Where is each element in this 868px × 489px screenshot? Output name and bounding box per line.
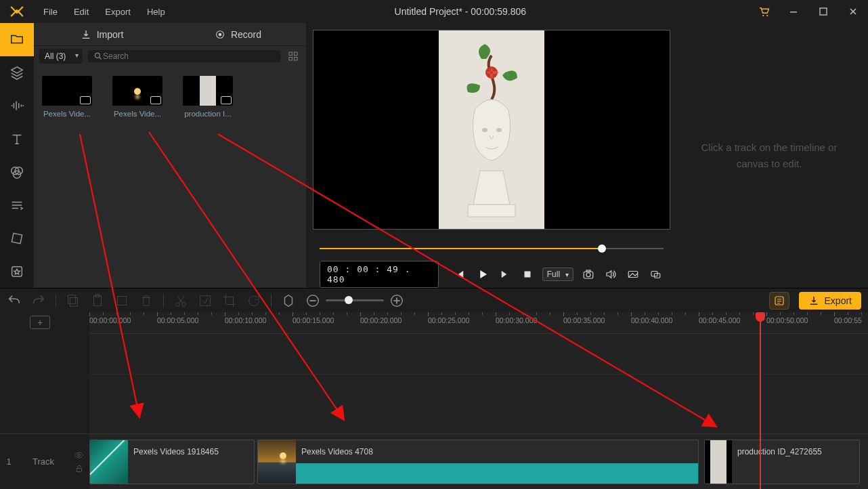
window-title: Untitled Project* - 00:00:59.806: [172, 6, 749, 17]
preview-scrubber[interactable]: [320, 242, 664, 255]
media-search-input[interactable]: [103, 51, 275, 61]
svg-rect-29: [118, 296, 127, 305]
marker-button[interactable]: [281, 293, 296, 308]
clip-thumb: [258, 440, 296, 484]
svg-rect-11: [289, 52, 292, 56]
aspect-button[interactable]: [626, 266, 641, 282]
preview-canvas[interactable]: [313, 30, 670, 230]
media-item-0[interactable]: Pexels Vide...: [39, 76, 95, 118]
split-button[interactable]: [173, 293, 188, 308]
svg-point-1: [766, 15, 768, 16]
prev-frame-button[interactable]: [452, 266, 468, 282]
svg-point-10: [95, 53, 100, 58]
svg-rect-37: [396, 297, 397, 303]
scrubber-handle[interactable]: [598, 244, 606, 253]
svg-point-17: [496, 128, 502, 132]
export-icon: [808, 295, 819, 306]
tab-record-label: Record: [231, 29, 261, 40]
sidebar-text-icon[interactable]: [0, 123, 34, 156]
clip-thumb: [705, 440, 732, 484]
preset-button[interactable]: [769, 292, 789, 310]
menu-export[interactable]: Export: [98, 4, 137, 20]
sidebar-favorites-icon[interactable]: [0, 255, 34, 288]
track-row-1[interactable]: Pexels Videos 1918465Pexels Videos 4708p…: [89, 433, 868, 489]
preview-size-label: Full: [547, 270, 560, 279]
speed-button[interactable]: [198, 293, 213, 308]
maximize-button[interactable]: [808, 0, 838, 23]
minimize-button[interactable]: [779, 0, 808, 23]
tab-record[interactable]: Record: [170, 23, 306, 46]
track-header-1[interactable]: 1 Track: [0, 433, 89, 489]
redo-button[interactable]: [31, 293, 46, 308]
delete-button[interactable]: [139, 293, 154, 308]
menu-help[interactable]: Help: [140, 4, 172, 20]
track-lock-icon[interactable]: [74, 464, 84, 473]
media-thumb-1: [112, 76, 162, 106]
zoom-in-button[interactable]: [389, 293, 404, 308]
ruler-tick: 00:00:45.000: [699, 316, 740, 324]
rotate-button[interactable]: [246, 293, 261, 308]
sidebar-transitions-icon[interactable]: [0, 188, 34, 221]
snapshot-button[interactable]: [580, 266, 596, 282]
menu-file[interactable]: File: [37, 4, 64, 20]
svg-rect-3: [820, 8, 827, 15]
ruler-tick: 00:00:35.000: [563, 316, 605, 324]
timeline-ruler[interactable]: 00:00:00.00000:00:05.00000:00:10.00000:0…: [89, 312, 868, 334]
track-visibility-icon[interactable]: [74, 450, 84, 460]
clip-2[interactable]: production ID_4272655: [704, 440, 860, 484]
sidebar-audio-icon[interactable]: [0, 89, 34, 123]
timeline: + 1 Track 00:00:00.00000:00:05.00000:00:…: [0, 312, 868, 489]
clip-0[interactable]: Pexels Videos 1918465: [89, 440, 255, 484]
media-filter-select[interactable]: All (3): [39, 49, 83, 64]
app-logo: [0, 0, 34, 23]
close-button[interactable]: [838, 0, 868, 23]
track-headers: + 1 Track: [0, 312, 89, 489]
search-icon: [93, 51, 103, 61]
import-icon: [81, 29, 91, 40]
grid-view-icon[interactable]: [286, 49, 301, 64]
svg-rect-14: [294, 57, 297, 60]
sidebar-media-icon[interactable]: [0, 23, 34, 56]
export-button[interactable]: Export: [799, 292, 861, 310]
menu-edit[interactable]: Edit: [67, 4, 95, 20]
svg-rect-34: [309, 300, 316, 301]
ruler-tick: 00:00:55: [834, 316, 862, 324]
media-search[interactable]: [88, 50, 280, 62]
main-menu: File Edit Export Help: [37, 4, 172, 20]
clip-title: Pexels Videos 1918465: [133, 447, 219, 456]
next-frame-button[interactable]: [497, 266, 513, 282]
add-track-button[interactable]: +: [30, 316, 50, 329]
paste-button[interactable]: [90, 293, 105, 308]
export-label: Export: [825, 295, 852, 306]
fullscreen-button[interactable]: [648, 266, 664, 282]
playhead[interactable]: [760, 312, 761, 489]
cut-button[interactable]: [114, 293, 129, 308]
tab-import[interactable]: Import: [34, 23, 170, 46]
preview-size-select[interactable]: Full ▾: [542, 268, 573, 281]
ruler-tick: 00:00:20.000: [360, 316, 402, 324]
sidebar-elements-icon[interactable]: [0, 221, 34, 255]
sidebar-layers-icon[interactable]: [0, 56, 34, 89]
media-label-1: Pexels Vide...: [110, 110, 165, 118]
title-bar: File Edit Export Help Untitled Project* …: [0, 0, 868, 23]
media-item-1[interactable]: Pexels Vide...: [110, 76, 165, 118]
media-item-2[interactable]: production I...: [180, 76, 236, 118]
zoom-out-button[interactable]: [305, 293, 320, 308]
svg-rect-40: [77, 468, 82, 471]
copy-button[interactable]: [66, 293, 81, 308]
track-index: 1: [5, 456, 12, 467]
timeline-canvas[interactable]: 00:00:00.00000:00:05.00000:00:10.00000:0…: [89, 312, 868, 489]
cart-icon[interactable]: [749, 0, 779, 23]
crop-button[interactable]: [222, 293, 237, 308]
stop-button[interactable]: [520, 266, 536, 282]
media-thumb-2: [183, 76, 233, 106]
undo-button[interactable]: [7, 293, 22, 308]
ruler-tick: 00:00:30.000: [496, 316, 537, 324]
clip-1[interactable]: Pexels Videos 4708: [257, 440, 699, 484]
timeline-toolbar: Export: [0, 288, 868, 312]
volume-button[interactable]: [603, 266, 618, 282]
sidebar-filters-icon[interactable]: [0, 156, 34, 189]
play-button[interactable]: [475, 266, 490, 282]
clip-thumb: [90, 440, 128, 484]
zoom-slider[interactable]: [326, 299, 384, 301]
